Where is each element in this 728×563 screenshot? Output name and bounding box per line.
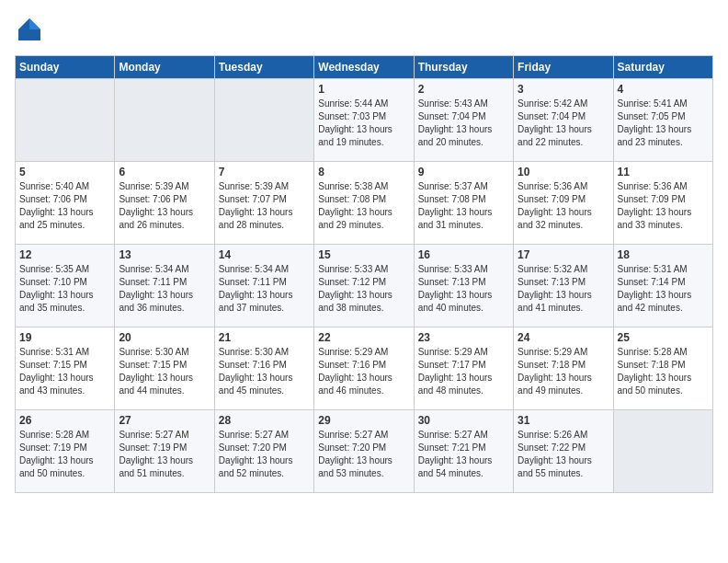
day-number: 19 [19,331,110,344]
day-number: 26 [19,414,110,427]
day-info: Sunrise: 5:30 AM Sunset: 7:16 PM Dayligh… [219,346,310,397]
logo [15,15,48,44]
day-info: Sunrise: 5:29 AM Sunset: 7:16 PM Dayligh… [318,346,409,397]
calendar-cell [115,79,214,162]
day-info: Sunrise: 5:27 AM Sunset: 7:20 PM Dayligh… [318,429,409,480]
calendar-cell: 13Sunrise: 5:34 AM Sunset: 7:11 PM Dayli… [115,245,214,327]
calendar-cell: 19Sunrise: 5:31 AM Sunset: 7:15 PM Dayli… [16,327,115,410]
day-number: 28 [219,414,310,427]
day-number: 17 [518,248,609,261]
week-row-2: 5Sunrise: 5:40 AM Sunset: 7:06 PM Daylig… [16,162,713,245]
calendar-cell: 25Sunrise: 5:28 AM Sunset: 7:18 PM Dayli… [613,327,712,410]
day-number: 2 [418,83,509,96]
day-number: 21 [219,331,310,344]
day-info: Sunrise: 5:43 AM Sunset: 7:04 PM Dayligh… [418,98,509,149]
day-number: 29 [318,414,409,427]
calendar-cell: 5Sunrise: 5:40 AM Sunset: 7:06 PM Daylig… [16,162,115,245]
day-header-monday: Monday [115,56,214,79]
day-number: 23 [418,331,509,344]
day-number: 16 [418,248,509,261]
calendar-cell: 10Sunrise: 5:36 AM Sunset: 7:09 PM Dayli… [514,162,613,245]
day-info: Sunrise: 5:40 AM Sunset: 7:06 PM Dayligh… [19,180,110,232]
day-number: 24 [518,331,609,344]
week-row-1: 1Sunrise: 5:44 AM Sunset: 7:03 PM Daylig… [16,79,713,162]
calendar-cell: 21Sunrise: 5:30 AM Sunset: 7:16 PM Dayli… [214,327,313,410]
day-info: Sunrise: 5:38 AM Sunset: 7:08 PM Dayligh… [318,180,409,232]
calendar-cell: 17Sunrise: 5:32 AM Sunset: 7:13 PM Dayli… [514,245,613,327]
day-number: 7 [219,166,310,178]
calendar-header [15,15,713,44]
day-info: Sunrise: 5:27 AM Sunset: 7:20 PM Dayligh… [219,429,310,480]
day-info: Sunrise: 5:28 AM Sunset: 7:19 PM Dayligh… [19,429,110,480]
day-info: Sunrise: 5:36 AM Sunset: 7:09 PM Dayligh… [618,180,709,232]
calendar-cell: 16Sunrise: 5:33 AM Sunset: 7:13 PM Dayli… [414,245,513,327]
day-number: 25 [618,331,709,344]
day-info: Sunrise: 5:28 AM Sunset: 7:18 PM Dayligh… [618,346,709,397]
calendar-cell: 7Sunrise: 5:39 AM Sunset: 7:07 PM Daylig… [214,162,313,245]
calendar-cell: 8Sunrise: 5:38 AM Sunset: 7:08 PM Daylig… [314,162,414,245]
calendar-cell [613,410,712,493]
day-info: Sunrise: 5:32 AM Sunset: 7:13 PM Dayligh… [518,263,609,315]
day-info: Sunrise: 5:34 AM Sunset: 7:11 PM Dayligh… [119,263,210,315]
calendar-cell: 26Sunrise: 5:28 AM Sunset: 7:19 PM Dayli… [16,410,115,493]
calendar-cell: 18Sunrise: 5:31 AM Sunset: 7:14 PM Dayli… [613,245,712,327]
day-number: 3 [518,83,609,96]
week-row-4: 19Sunrise: 5:31 AM Sunset: 7:15 PM Dayli… [16,327,713,410]
calendar-cell: 15Sunrise: 5:33 AM Sunset: 7:12 PM Dayli… [314,245,414,327]
day-header-tuesday: Tuesday [214,56,313,79]
day-number: 12 [19,248,110,261]
day-info: Sunrise: 5:44 AM Sunset: 7:03 PM Dayligh… [318,98,409,149]
calendar-table: SundayMondayTuesdayWednesdayThursdayFrid… [15,55,713,493]
day-info: Sunrise: 5:42 AM Sunset: 7:04 PM Dayligh… [518,98,609,149]
day-info: Sunrise: 5:36 AM Sunset: 7:09 PM Dayligh… [518,180,609,232]
day-info: Sunrise: 5:34 AM Sunset: 7:11 PM Dayligh… [219,263,310,315]
day-header-wednesday: Wednesday [314,56,414,79]
calendar-cell: 29Sunrise: 5:27 AM Sunset: 7:20 PM Dayli… [314,410,414,493]
day-number: 13 [119,248,210,261]
day-info: Sunrise: 5:29 AM Sunset: 7:17 PM Dayligh… [418,346,509,397]
calendar-cell: 28Sunrise: 5:27 AM Sunset: 7:20 PM Dayli… [214,410,313,493]
day-number: 6 [119,166,210,178]
day-header-saturday: Saturday [613,56,712,79]
calendar-cell: 3Sunrise: 5:42 AM Sunset: 7:04 PM Daylig… [514,79,613,162]
calendar-cell: 30Sunrise: 5:27 AM Sunset: 7:21 PM Dayli… [414,410,513,493]
calendar-cell: 2Sunrise: 5:43 AM Sunset: 7:04 PM Daylig… [414,79,513,162]
calendar-cell: 22Sunrise: 5:29 AM Sunset: 7:16 PM Dayli… [314,327,414,410]
day-number: 14 [219,248,310,261]
logo-icon [15,15,44,44]
calendar-cell: 1Sunrise: 5:44 AM Sunset: 7:03 PM Daylig… [314,79,414,162]
day-info: Sunrise: 5:30 AM Sunset: 7:15 PM Dayligh… [119,346,210,397]
day-number: 8 [318,166,409,178]
day-number: 22 [318,331,409,344]
calendar-cell: 14Sunrise: 5:34 AM Sunset: 7:11 PM Dayli… [214,245,313,327]
calendar-cell: 4Sunrise: 5:41 AM Sunset: 7:05 PM Daylig… [613,79,712,162]
svg-marker-1 [29,18,40,29]
day-info: Sunrise: 5:39 AM Sunset: 7:07 PM Dayligh… [219,180,310,232]
calendar-cell: 11Sunrise: 5:36 AM Sunset: 7:09 PM Dayli… [613,162,712,245]
day-info: Sunrise: 5:39 AM Sunset: 7:06 PM Dayligh… [119,180,210,232]
day-number: 1 [318,83,409,96]
calendar-cell: 20Sunrise: 5:30 AM Sunset: 7:15 PM Dayli… [115,327,214,410]
calendar-cell: 27Sunrise: 5:27 AM Sunset: 7:19 PM Dayli… [115,410,214,493]
calendar-cell: 23Sunrise: 5:29 AM Sunset: 7:17 PM Dayli… [414,327,513,410]
day-number: 11 [618,166,709,178]
day-number: 31 [518,414,609,427]
day-info: Sunrise: 5:37 AM Sunset: 7:08 PM Dayligh… [418,180,509,232]
calendar-cell: 12Sunrise: 5:35 AM Sunset: 7:10 PM Dayli… [16,245,115,327]
day-info: Sunrise: 5:27 AM Sunset: 7:19 PM Dayligh… [119,429,210,480]
day-info: Sunrise: 5:29 AM Sunset: 7:18 PM Dayligh… [518,346,609,397]
calendar-cell [214,79,313,162]
day-info: Sunrise: 5:41 AM Sunset: 7:05 PM Dayligh… [618,98,709,149]
day-number: 15 [318,248,409,261]
day-number: 9 [418,166,509,178]
calendar-cell [16,79,115,162]
week-row-5: 26Sunrise: 5:28 AM Sunset: 7:19 PM Dayli… [16,410,713,493]
calendar-cell: 31Sunrise: 5:26 AM Sunset: 7:22 PM Dayli… [514,410,613,493]
week-row-3: 12Sunrise: 5:35 AM Sunset: 7:10 PM Dayli… [16,245,713,327]
calendar-cell: 6Sunrise: 5:39 AM Sunset: 7:06 PM Daylig… [115,162,214,245]
day-header-sunday: Sunday [16,56,115,79]
day-header-friday: Friday [514,56,613,79]
day-info: Sunrise: 5:33 AM Sunset: 7:13 PM Dayligh… [418,263,509,315]
day-info: Sunrise: 5:26 AM Sunset: 7:22 PM Dayligh… [518,429,609,480]
day-number: 10 [518,166,609,178]
